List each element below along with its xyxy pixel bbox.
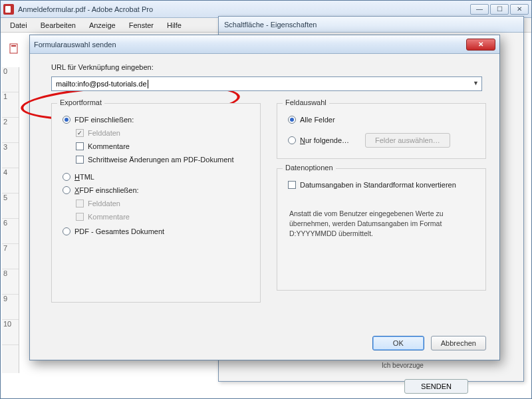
radio-xfdf[interactable]: XFDF einschließen: xyxy=(63,186,252,194)
date-format-note: Anstatt die vom Benutzer eingegebenen We… xyxy=(285,209,477,239)
radio-icon xyxy=(63,173,70,181)
form-send-button[interactable]: SENDEN xyxy=(404,379,468,394)
url-label: URL für Verknüpfung eingeben: xyxy=(51,63,486,71)
radio-icon xyxy=(63,186,70,194)
menu-hilfe[interactable]: Hilfe xyxy=(162,20,187,31)
dialog-close-button[interactable]: ✕ xyxy=(466,39,495,51)
radio-icon xyxy=(288,136,296,144)
properties-title: Schaltfläche - Eigenschaften xyxy=(224,21,317,29)
radio-pdf[interactable]: PDF - Gesamtes Dokument xyxy=(63,227,252,235)
checkbox-icon xyxy=(76,156,84,164)
url-dropdown-arrow-icon[interactable]: ▼ xyxy=(473,80,479,86)
export-format-legend: Exportformat xyxy=(57,98,104,106)
field-selection-legend: Feldauswahl xyxy=(283,98,329,106)
svg-rect-1 xyxy=(11,45,16,47)
radio-icon xyxy=(288,116,296,124)
dialog-title: Formularauswahl senden xyxy=(34,41,466,49)
date-options-group: Datenoptionen Datumsangaben in Standardf… xyxy=(277,168,486,291)
maximize-button[interactable]: ☐ xyxy=(490,4,509,15)
menu-anzeige[interactable]: Anzeige xyxy=(84,20,121,31)
check-xfdf-fielddata: Felddaten xyxy=(76,200,252,207)
url-value: mailto:info@psd-tutorials.de xyxy=(56,80,147,88)
cancel-button[interactable]: Abbrechen xyxy=(431,336,486,350)
menu-bearbeiten[interactable]: Bearbeiten xyxy=(35,20,81,31)
check-fdf-comments[interactable]: Kommentare xyxy=(76,142,252,150)
radio-html[interactable]: HTML xyxy=(63,173,252,181)
radio-icon xyxy=(63,227,70,235)
url-input[interactable]: mailto:info@psd-tutorials.de ▼ xyxy=(51,76,482,91)
create-pdf-icon[interactable] xyxy=(9,43,21,55)
minimize-button[interactable]: — xyxy=(470,4,489,15)
check-convert-dates[interactable]: Datumsangaben in Standardformat konverti… xyxy=(288,181,477,189)
checkbox-icon xyxy=(76,142,84,150)
vertical-ruler: 012345678910 xyxy=(2,67,19,373)
export-format-group: Exportformat FDF einschließen: Felddaten… xyxy=(51,103,261,303)
check-fdf-incremental[interactable]: Schrittweise Änderungen am PDF-Dokument xyxy=(76,156,252,164)
radio-all-fields[interactable]: Alle Felder xyxy=(288,116,477,124)
toolbar xyxy=(3,34,26,63)
radio-fdf[interactable]: FDF einschließen: xyxy=(63,116,252,124)
checkbox-icon xyxy=(76,129,84,137)
check-xfdf-comments: Kommentare xyxy=(76,213,252,221)
dialog-titlebar[interactable]: Formularauswahl senden ✕ xyxy=(30,35,499,54)
app-title: Anmeldeformular.pdf - Adobe Acrobat Pro xyxy=(18,5,470,13)
menu-datei[interactable]: Datei xyxy=(5,20,33,31)
checkbox-icon xyxy=(76,200,84,207)
pdf-icon xyxy=(3,4,14,15)
checkbox-icon xyxy=(76,213,84,221)
submit-form-selections-dialog: Formularauswahl senden ✕ URL für Verknüp… xyxy=(29,35,500,360)
field-selection-group: Feldauswahl Alle Felder Nur folgende… Fe… xyxy=(277,103,486,159)
properties-titlebar: Schaltfläche - Eigenschaften xyxy=(219,17,523,33)
check-fdf-fielddata: Felddaten xyxy=(76,129,252,137)
date-options-legend: Datenoptionen xyxy=(283,164,336,172)
radio-icon xyxy=(63,116,70,124)
close-app-button[interactable]: ✕ xyxy=(510,4,529,15)
ok-button[interactable]: OK xyxy=(372,336,424,350)
radio-only-following[interactable]: Nur folgende… Felder auswählen… xyxy=(288,133,477,148)
select-fields-button: Felder auswählen… xyxy=(365,133,450,148)
menu-fenster[interactable]: Fenster xyxy=(124,20,159,31)
form-hint-text: Ich bevorzuge xyxy=(382,362,515,369)
checkbox-icon xyxy=(288,181,296,189)
